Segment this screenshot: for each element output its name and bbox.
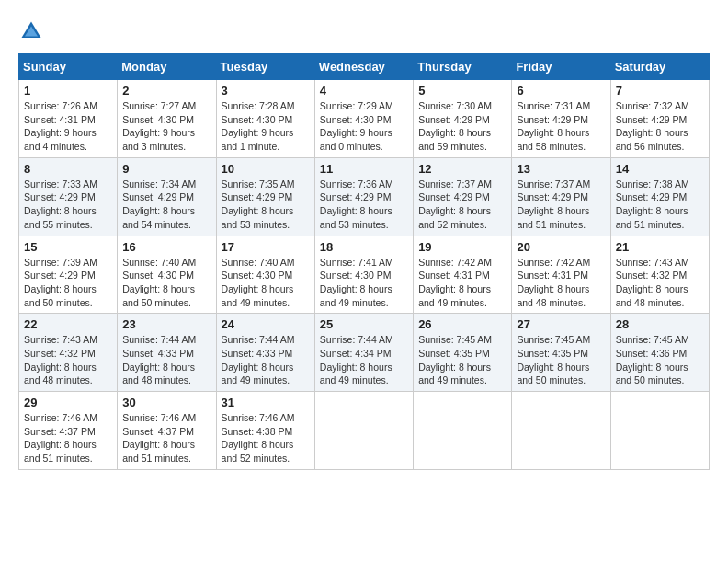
day-header-thursday: Thursday [414,54,512,80]
day-number: 24 [222,317,310,331]
day-info: Sunrise: 7:37 AMSunset: 4:29 PMDaylight:… [517,178,590,230]
day-number: 21 [616,240,704,254]
day-info: Sunrise: 7:45 AMSunset: 4:35 PMDaylight:… [517,334,590,385]
day-info: Sunrise: 7:44 AMSunset: 4:34 PMDaylight:… [320,334,393,385]
calendar-cell: 31 Sunrise: 7:46 AMSunset: 4:38 PMDaylig… [216,392,314,470]
day-info: Sunrise: 7:32 AMSunset: 4:29 PMDaylight:… [616,100,689,152]
calendar-cell: 1 Sunrise: 7:26 AMSunset: 4:31 PMDayligh… [19,80,118,158]
day-info: Sunrise: 7:26 AMSunset: 4:31 PMDaylight:… [24,100,97,152]
day-number: 9 [122,162,210,176]
day-number: 16 [122,240,210,254]
day-number: 1 [24,84,112,98]
day-number: 27 [517,317,605,331]
calendar-cell: 12 Sunrise: 7:37 AMSunset: 4:29 PMDaylig… [414,157,512,236]
calendar-cell: 4 Sunrise: 7:29 AMSunset: 4:30 PMDayligh… [314,80,413,158]
day-number: 7 [616,84,704,98]
day-number: 14 [616,162,704,176]
day-info: Sunrise: 7:44 AMSunset: 4:33 PMDaylight:… [122,334,196,385]
logo-icon [18,18,44,44]
day-info: Sunrise: 7:40 AMSunset: 4:30 PMDaylight:… [122,257,196,308]
day-info: Sunrise: 7:43 AMSunset: 4:32 PMDaylight:… [24,334,97,385]
day-info: Sunrise: 7:45 AMSunset: 4:36 PMDaylight:… [616,334,689,385]
day-info: Sunrise: 7:42 AMSunset: 4:31 PMDaylight:… [517,257,590,308]
calendar-cell: 26 Sunrise: 7:45 AMSunset: 4:35 PMDaylig… [414,314,512,392]
day-number: 13 [517,162,605,176]
day-number: 17 [222,240,310,254]
calendar-cell: 2 Sunrise: 7:27 AMSunset: 4:30 PMDayligh… [118,80,216,158]
day-number: 2 [122,84,210,98]
day-number: 19 [418,240,506,254]
day-number: 20 [517,240,605,254]
day-info: Sunrise: 7:46 AMSunset: 4:38 PMDaylight:… [222,412,295,464]
day-number: 31 [222,396,310,409]
calendar-week-3: 15 Sunrise: 7:39 AMSunset: 4:29 PMDaylig… [19,236,710,314]
calendar-cell: 30 Sunrise: 7:46 AMSunset: 4:37 PMDaylig… [118,392,216,470]
calendar-cell: 28 Sunrise: 7:45 AMSunset: 4:36 PMDaylig… [610,314,709,392]
day-info: Sunrise: 7:42 AMSunset: 4:31 PMDaylight:… [418,257,492,308]
day-number: 23 [122,317,210,331]
day-info: Sunrise: 7:29 AMSunset: 4:30 PMDaylight:… [320,100,393,152]
day-header-wednesday: Wednesday [314,54,413,80]
calendar-cell: 29 Sunrise: 7:46 AMSunset: 4:37 PMDaylig… [19,392,118,470]
calendar-cell: 25 Sunrise: 7:44 AMSunset: 4:34 PMDaylig… [314,314,413,392]
day-info: Sunrise: 7:38 AMSunset: 4:29 PMDaylight:… [616,178,689,230]
day-info: Sunrise: 7:40 AMSunset: 4:30 PMDaylight:… [222,257,295,308]
calendar-cell: 13 Sunrise: 7:37 AMSunset: 4:29 PMDaylig… [512,157,610,236]
calendar-cell: 5 Sunrise: 7:30 AMSunset: 4:29 PMDayligh… [414,80,512,158]
calendar-cell: 3 Sunrise: 7:28 AMSunset: 4:30 PMDayligh… [216,80,314,158]
day-number: 12 [418,162,506,176]
day-number: 10 [222,162,310,176]
calendar-cell: 7 Sunrise: 7:32 AMSunset: 4:29 PMDayligh… [610,80,709,158]
day-info: Sunrise: 7:37 AMSunset: 4:29 PMDaylight:… [418,178,492,230]
day-number: 29 [24,396,112,409]
day-info: Sunrise: 7:46 AMSunset: 4:37 PMDaylight:… [24,412,97,464]
calendar-header-row: SundayMondayTuesdayWednesdayThursdayFrid… [19,54,710,80]
calendar-cell: 20 Sunrise: 7:42 AMSunset: 4:31 PMDaylig… [512,236,610,314]
day-info: Sunrise: 7:44 AMSunset: 4:33 PMDaylight:… [222,334,295,385]
calendar-cell: 15 Sunrise: 7:39 AMSunset: 4:29 PMDaylig… [19,236,118,314]
day-info: Sunrise: 7:35 AMSunset: 4:29 PMDaylight:… [222,178,295,230]
calendar: SundayMondayTuesdayWednesdayThursdayFrid… [18,53,710,470]
day-header-saturday: Saturday [610,54,709,80]
calendar-cell: 10 Sunrise: 7:35 AMSunset: 4:29 PMDaylig… [216,157,314,236]
calendar-cell: 19 Sunrise: 7:42 AMSunset: 4:31 PMDaylig… [414,236,512,314]
day-info: Sunrise: 7:41 AMSunset: 4:30 PMDaylight:… [320,257,393,308]
day-number: 6 [517,84,605,98]
calendar-week-5: 29 Sunrise: 7:46 AMSunset: 4:37 PMDaylig… [19,392,710,470]
day-number: 22 [24,317,112,331]
day-info: Sunrise: 7:46 AMSunset: 4:37 PMDaylight:… [122,412,196,464]
calendar-cell: 18 Sunrise: 7:41 AMSunset: 4:30 PMDaylig… [314,236,413,314]
day-info: Sunrise: 7:33 AMSunset: 4:29 PMDaylight:… [24,178,97,230]
logo [18,18,48,44]
day-number: 26 [418,317,506,331]
day-number: 28 [616,317,704,331]
day-info: Sunrise: 7:39 AMSunset: 4:29 PMDaylight:… [24,257,97,308]
calendar-cell: 24 Sunrise: 7:44 AMSunset: 4:33 PMDaylig… [216,314,314,392]
calendar-cell: 6 Sunrise: 7:31 AMSunset: 4:29 PMDayligh… [512,80,610,158]
calendar-cell: 21 Sunrise: 7:43 AMSunset: 4:32 PMDaylig… [610,236,709,314]
day-info: Sunrise: 7:28 AMSunset: 4:30 PMDaylight:… [222,100,295,152]
day-number: 18 [320,240,408,254]
day-header-monday: Monday [118,54,216,80]
day-number: 4 [320,84,408,98]
day-info: Sunrise: 7:27 AMSunset: 4:30 PMDaylight:… [122,100,196,152]
calendar-cell: 22 Sunrise: 7:43 AMSunset: 4:32 PMDaylig… [19,314,118,392]
calendar-cell: 23 Sunrise: 7:44 AMSunset: 4:33 PMDaylig… [118,314,216,392]
calendar-cell: 9 Sunrise: 7:34 AMSunset: 4:29 PMDayligh… [118,157,216,236]
calendar-cell: 16 Sunrise: 7:40 AMSunset: 4:30 PMDaylig… [118,236,216,314]
day-number: 25 [320,317,408,331]
day-info: Sunrise: 7:31 AMSunset: 4:29 PMDaylight:… [517,100,590,152]
day-info: Sunrise: 7:43 AMSunset: 4:32 PMDaylight:… [616,257,689,308]
calendar-week-1: 1 Sunrise: 7:26 AMSunset: 4:31 PMDayligh… [19,80,710,158]
day-info: Sunrise: 7:30 AMSunset: 4:29 PMDaylight:… [418,100,492,152]
day-number: 15 [24,240,112,254]
day-number: 8 [24,162,112,176]
calendar-week-2: 8 Sunrise: 7:33 AMSunset: 4:29 PMDayligh… [19,157,710,236]
calendar-cell: 8 Sunrise: 7:33 AMSunset: 4:29 PMDayligh… [19,157,118,236]
page-header [18,18,710,44]
day-number: 3 [222,84,310,98]
calendar-cell [414,392,512,470]
day-info: Sunrise: 7:34 AMSunset: 4:29 PMDaylight:… [122,178,196,230]
calendar-cell [314,392,413,470]
day-header-friday: Friday [512,54,610,80]
